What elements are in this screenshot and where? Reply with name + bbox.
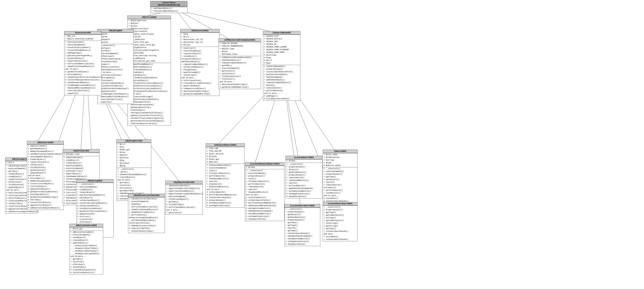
box-iLuceneAdvancedSearchGUI: iLuceneAdvancedSearchGUI # $iTabs + __co… — [245, 162, 284, 221]
method: + addToDeskObject() — [151, 7, 186, 10]
title-iObjForumGUI: iObjForumGUI — [128, 16, 171, 19]
title-iObjRecoveryFolderGUI: iObjRecoveryFolderGUI — [128, 194, 165, 197]
title-iDeskItemsHandling: «interface»iDeskItemsHandling — [150, 1, 187, 7]
box-iObjRootFolderGUI: iObjRootFolderGUI + iObjRootFolderGUI() … — [165, 181, 202, 215]
title-iSearchGUI: iSearchGUI — [323, 150, 357, 153]
diagram-container: «interface»iDeskItemsHandling + addToDes… — [0, 0, 644, 289]
box-iObjForumGUI: iObjForumGUI + $objProperties + $object … — [128, 16, 171, 126]
title-iObjLincCourseGUI: iObjLincCourseGUI — [70, 224, 103, 227]
section-iDeskItemsHandling-methods: + addToDeskObject() + removeFromDeskObje… — [150, 7, 187, 13]
box-iLuceneSearchGUI: iLuceneSearchGUI # $iTabs + __construct(… — [286, 156, 322, 198]
box-iSearchGUI: iSearchGUI + $root_node + $combination +… — [323, 150, 358, 203]
title-iLuceneUserSearchGUI2: iLuceneUserSearchGUI — [323, 202, 357, 206]
title-iAdvancedSearchGUI: iAdvancedSearchGUI — [206, 144, 244, 147]
title-iISearchBaseGUI: iISearchBaseGUI — [263, 31, 300, 34]
title-iLuceneUserSearchGUI: iLuceneUserSearchGUI — [284, 204, 320, 208]
box-iObjSessionGUI: iObjSessionGUI + $lng + $ctrl + $contain… — [180, 29, 220, 96]
box-iDeskItemsHandling: «interface»iDeskItemsHandling + addToDes… — [150, 1, 188, 13]
box-iObjLincCourseGUI: iObjLincCourseGUI + $form_gui + iObjLinc… — [70, 224, 103, 274]
title-iObjCourseGUI: iObjCourseGUI — [27, 141, 64, 144]
title-iObjOrgUnitGUI: iObjOrgUnitGUI — [116, 140, 151, 143]
box-iObjCourseGUI: iObjCourseGUI + iObjCourseGUI() + gatewa… — [27, 141, 64, 210]
box-iLuceneUserSearchGUI: iLuceneUserSearchGUI + __construct() + p… — [284, 204, 320, 246]
box-iLuceneUserSearchGUI2: iLuceneUserSearchGUI + __construct() + p… — [323, 202, 358, 241]
title-iIPDSelectedItemsBlockGUI: iIPDSelectedItemsBlockGUI — [219, 38, 261, 42]
box-iIPDSelectedItemsBlockGUI: iIPDSelectedItemsBlockGUI + VIEW_MY_OFFE… — [218, 38, 261, 89]
box-iObjOrgUnitGUI: iObjOrgUnitGUI + $ctrl + $tpl + $tabs_gu… — [116, 139, 151, 201]
box-iObjBlogGUI: iObjBlogGUI # $month # $terms # $keyword… — [97, 29, 134, 104]
title-iLuceneAdvancedSearchGUI: iLuceneAdvancedSearchGUI — [245, 162, 284, 166]
section-attrs: + $objProperties + $object + $ilias + $o… — [128, 19, 171, 63]
box-iObjRecoveryFolderGUI: iObjRecoveryFolderGUI + iObjRecoveryFold… — [128, 194, 165, 233]
box-iISearchBaseGUI: iISearchBaseGUI + SEARCH_FAST + SEARCH_D… — [263, 31, 300, 101]
svg-line-3 — [182, 12, 269, 31]
title-iContainerGUI: iContainerGUI — [64, 31, 101, 34]
svg-line-1 — [177, 12, 190, 29]
title-iObjRootFolderGUI: iObjRootFolderGUI — [166, 181, 202, 184]
title-iLuceneSearchGUI: iLuceneSearchGUI — [286, 156, 322, 159]
title-iObjBlogGUI: iObjBlogGUI — [98, 29, 134, 32]
box-iAdvancedSearchGUI: iAdvancedSearchGUI + TYPE_LOM + TYPE_ADV… — [206, 143, 245, 208]
section-methods: + updateThreadObject() + showThreadsObje… — [128, 63, 171, 125]
title-iObjFolderGUI: iObjFolderGUI — [63, 149, 100, 153]
method: + removeFromDeskObject() — [151, 10, 186, 13]
title-iObjSessionGUI: iObjSessionGUI — [180, 29, 219, 32]
title-iObjGroupGUI: iObjGroupGUI — [76, 180, 113, 183]
box-iContainerGUI: iContainerGUI + $bl_cnt + $multi_downloa… — [64, 31, 102, 95]
